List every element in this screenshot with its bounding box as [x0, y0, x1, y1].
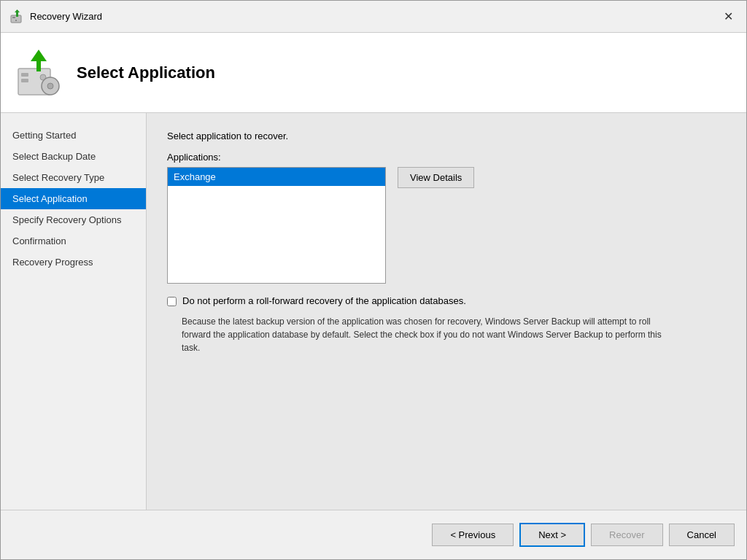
- recover-button[interactable]: Recover: [591, 524, 662, 546]
- page-title: Select Application: [77, 63, 215, 82]
- svg-rect-1: [12, 17, 15, 18]
- applications-label: Applications:: [167, 152, 726, 163]
- recovery-wizard-dialog: Recovery Wizard ✕ Select Application: [0, 0, 747, 560]
- title-bar-text: Recovery Wizard: [30, 11, 719, 22]
- svg-rect-7: [21, 79, 28, 82]
- svg-point-10: [47, 83, 53, 89]
- app-list-row: Exchange View Details: [167, 167, 726, 284]
- svg-marker-12: [31, 50, 47, 61]
- body-area: Getting Started Select Backup Date Selec…: [1, 113, 746, 510]
- header-area: Select Application: [1, 33, 746, 113]
- title-bar: Recovery Wizard ✕: [1, 1, 746, 33]
- nav-item-select-recovery-type[interactable]: Select Recovery Type: [1, 167, 146, 188]
- previous-button[interactable]: < Previous: [432, 524, 514, 546]
- close-button[interactable]: ✕: [719, 7, 738, 26]
- next-button[interactable]: Next >: [519, 523, 585, 547]
- rollforward-checkbox-row: Do not perform a roll-forward recovery o…: [167, 295, 726, 306]
- wizard-title-icon: [9, 9, 24, 24]
- nav-item-select-backup-date[interactable]: Select Backup Date: [1, 146, 146, 167]
- view-details-button[interactable]: View Details: [398, 167, 474, 188]
- bottom-bar: < Previous Next > Recover Cancel: [1, 510, 746, 559]
- nav-item-specify-recovery-options[interactable]: Specify Recovery Options: [1, 209, 146, 230]
- rollforward-checkbox[interactable]: [167, 297, 177, 306]
- nav-item-recovery-progress[interactable]: Recovery Progress: [1, 252, 146, 273]
- nav-item-confirmation[interactable]: Confirmation: [1, 230, 146, 252]
- svg-marker-4: [15, 9, 20, 12]
- header-icon: [15, 47, 62, 99]
- info-text: Because the latest backup version of the…: [182, 315, 678, 354]
- applications-listbox[interactable]: Exchange: [167, 167, 386, 284]
- app-listbox-item-exchange[interactable]: Exchange: [168, 168, 385, 186]
- nav-item-select-application[interactable]: Select Application: [1, 188, 146, 209]
- svg-rect-2: [15, 20, 17, 21]
- cancel-button[interactable]: Cancel: [669, 524, 735, 546]
- left-nav: Getting Started Select Backup Date Selec…: [1, 113, 147, 510]
- nav-item-getting-started[interactable]: Getting Started: [1, 125, 146, 146]
- svg-rect-6: [21, 73, 28, 77]
- rollforward-checkbox-label[interactable]: Do not perform a roll-forward recovery o…: [182, 295, 466, 306]
- main-content: Select application to recover. Applicati…: [147, 113, 746, 510]
- section-description: Select application to recover.: [167, 131, 726, 141]
